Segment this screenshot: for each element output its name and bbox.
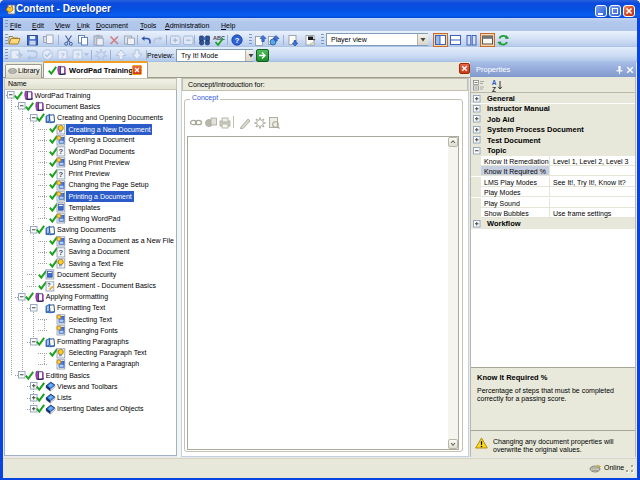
svg-text:?: ?	[235, 36, 240, 45]
svg-text:?: ?	[75, 51, 80, 60]
svg-text:?: ?	[59, 247, 64, 256]
svg-text:?: ?	[60, 51, 65, 60]
svg-text:?: ?	[59, 147, 64, 156]
svg-text:?: ?	[59, 169, 64, 178]
